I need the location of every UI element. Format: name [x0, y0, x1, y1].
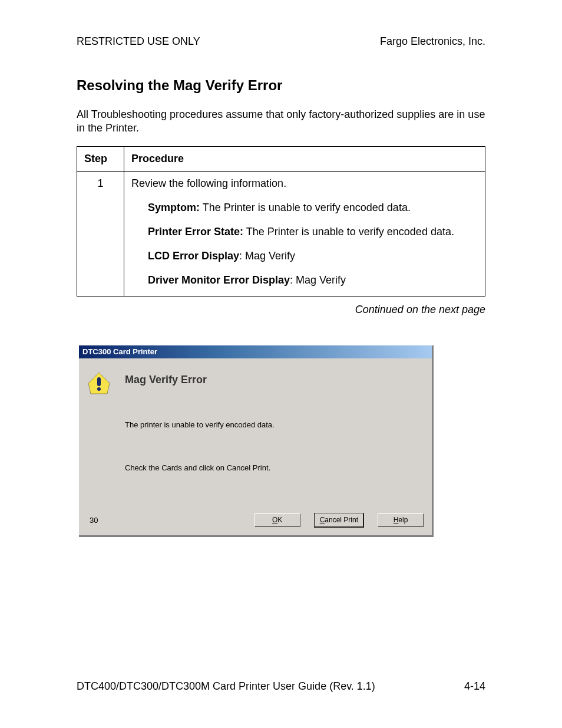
procedure-cell: Review the following information. Sympto…: [124, 171, 485, 296]
help-button[interactable]: Help: [378, 513, 424, 527]
col-step-header: Step: [77, 146, 124, 171]
svg-rect-2: [97, 377, 101, 386]
review-line: Review the following information.: [131, 177, 478, 190]
printer-error-state-line: Printer Error State: The Printer is unab…: [148, 226, 478, 238]
dialog-counter: 30: [90, 516, 98, 525]
section-title: Resolving the Mag Verify Error: [77, 77, 485, 94]
lcd-error-line: LCD Error Display: Mag Verify: [148, 250, 478, 262]
col-procedure-header: Procedure: [124, 146, 485, 171]
step-number: 1: [77, 171, 124, 296]
warning-icon: [87, 371, 111, 397]
cancel-print-button[interactable]: Cancel Print: [315, 513, 363, 527]
continued-note: Continued on the next page: [77, 304, 485, 316]
intro-paragraph: All Troubleshooting procedures assume th…: [77, 108, 485, 136]
dialog-message-2: Check the Cards and click on Cancel Prin…: [125, 463, 424, 472]
driver-monitor-line: Driver Monitor Error Display: Mag Verify: [148, 274, 478, 286]
dialog-message-1: The printer is unable to verify encoded …: [125, 420, 424, 429]
footer-right: 4-14: [464, 680, 485, 693]
ok-button[interactable]: OK: [254, 513, 300, 527]
dialog-screenshot: DTC300 Card Printer Mag Verify Error The…: [79, 345, 434, 537]
dialog-titlebar: DTC300 Card Printer: [79, 345, 432, 358]
header-left: RESTRICTED USE ONLY: [77, 35, 200, 48]
dialog-heading: Mag Verify Error: [125, 374, 424, 386]
svg-point-3: [97, 387, 101, 391]
procedure-table: Step Procedure 1 Review the following in…: [77, 146, 485, 297]
symptom-line: Symptom: The Printer is unable to verify…: [148, 202, 478, 214]
page-header: RESTRICTED USE ONLY Fargo Electronics, I…: [77, 35, 485, 48]
header-right: Fargo Electronics, Inc.: [380, 35, 485, 48]
page-footer: DTC400/DTC300/DTC300M Card Printer User …: [77, 680, 485, 693]
footer-left: DTC400/DTC300/DTC300M Card Printer User …: [77, 680, 375, 693]
